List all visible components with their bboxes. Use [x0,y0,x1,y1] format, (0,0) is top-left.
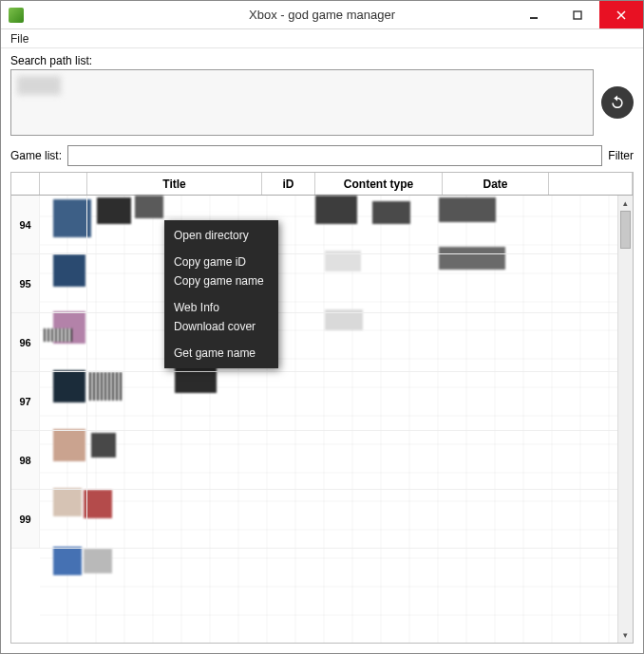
scroll-track[interactable] [618,211,633,627]
vertical-scrollbar[interactable]: ▴ ▾ [617,196,633,643]
minimize-button[interactable] [512,1,556,28]
menubar: File [1,29,643,48]
menu-file[interactable]: File [5,30,34,47]
row-thumb [40,431,87,489]
game-table: Title iD Content type Date [10,172,634,644]
ctx-open-directory[interactable]: Open directory [164,226,278,245]
search-path-list[interactable] [10,69,594,136]
titlebar: Xbox - god game manager [1,1,643,29]
refresh-button[interactable] [601,86,634,119]
scroll-up-icon[interactable]: ▴ [618,196,633,211]
minimize-icon [529,10,539,20]
close-icon [616,10,626,20]
row-number: 99 [11,490,40,548]
refresh-icon [609,94,626,111]
gamelist-filter-input[interactable] [67,145,602,166]
col-content-type[interactable]: Content type [315,173,443,195]
ctx-copy-game-id[interactable]: Copy game iD [164,252,278,271]
app-window: Xbox - god game manager File Search path… [0,0,644,654]
row-rest [87,431,633,489]
table-row[interactable]: 97 [11,372,633,431]
close-button[interactable] [599,1,643,28]
col-extra[interactable] [549,173,633,195]
table-row[interactable]: 95 [11,254,633,313]
row-number: 96 [11,313,40,371]
row-rest [87,490,633,548]
row-thumb [40,313,87,371]
ctx-download-cover[interactable]: Download cover [164,317,278,336]
table-header: Title iD Content type Date [11,173,633,196]
row-thumb [40,254,87,312]
row-thumb [40,196,87,253]
content-area: Search path list: Game list: Filter Titl… [1,48,643,653]
maximize-icon [573,10,582,20]
col-thumb[interactable] [40,173,87,195]
col-title[interactable]: Title [87,173,262,195]
table-row[interactable]: 96 [11,313,633,372]
table-row[interactable]: 94 [11,196,633,254]
search-path-entry[interactable] [17,76,61,95]
row-number: 94 [11,196,40,253]
ctx-web-info[interactable]: Web Info [164,298,278,317]
gamelist-filter-row: Game list: Filter [10,145,634,166]
search-path-row [10,69,634,136]
window-buttons [512,1,643,28]
window-title: Xbox - god game manager [249,8,395,22]
row-number: 97 [11,372,40,430]
ctx-get-game-name[interactable]: Get game name [164,344,278,363]
row-number: 98 [11,431,40,489]
app-icon [9,8,24,23]
row-thumb [40,490,87,548]
context-menu: Open directory Copy game iD Copy game na… [164,220,278,368]
row-number: 95 [11,254,40,312]
table-row[interactable]: 99 [11,490,633,549]
table-body: 94 95 96 97 [11,196,633,549]
table-row[interactable]: 98 [11,431,633,490]
search-path-label: Search path list: [10,54,634,67]
svg-rect-0 [530,17,538,19]
ctx-separator [164,245,278,252]
ctx-separator [164,336,278,344]
filter-label: Filter [608,149,634,162]
gamelist-label: Game list: [10,149,62,162]
ctx-copy-game-name[interactable]: Copy game name [164,271,278,290]
svg-rect-1 [574,11,581,19]
ctx-separator [164,290,278,298]
scroll-down-icon[interactable]: ▾ [618,627,633,643]
scroll-thumb[interactable] [620,211,631,249]
maximize-button[interactable] [556,1,599,28]
col-rownum[interactable] [11,173,40,195]
row-thumb [40,372,87,430]
col-date[interactable]: Date [443,173,549,195]
col-id[interactable]: iD [262,173,315,195]
row-rest [87,372,633,430]
